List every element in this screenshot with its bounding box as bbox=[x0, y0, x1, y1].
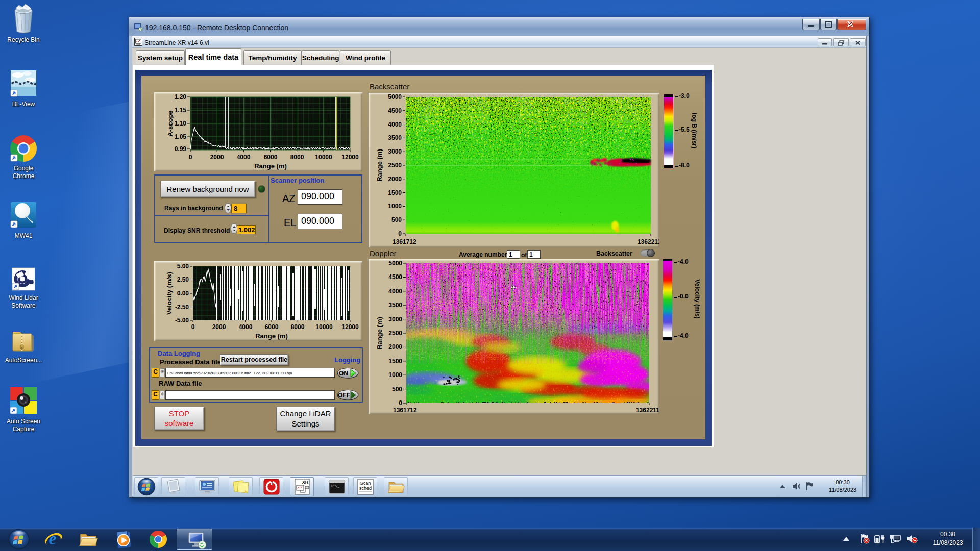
svg-text:0: 0 bbox=[398, 230, 402, 237]
svg-text:0.00: 0.00 bbox=[177, 290, 189, 297]
svg-text:10000: 10000 bbox=[315, 323, 333, 331]
svg-text:8000: 8000 bbox=[291, 323, 305, 331]
svg-text:12000: 12000 bbox=[341, 323, 359, 331]
svg-text:1361712: 1361712 bbox=[393, 407, 417, 414]
svg-text:8000: 8000 bbox=[290, 154, 304, 161]
svg-text:1500: 1500 bbox=[388, 189, 402, 196]
svg-text:3000: 3000 bbox=[388, 316, 402, 323]
svg-text:1000: 1000 bbox=[388, 371, 402, 379]
svg-text:4000: 4000 bbox=[239, 323, 253, 331]
svg-text:1.15: 1.15 bbox=[175, 107, 187, 114]
svg-text:2000: 2000 bbox=[388, 176, 402, 183]
svg-text:ON: ON bbox=[339, 370, 348, 377]
svg-text:OFF: OFF bbox=[338, 392, 350, 399]
svg-text:0: 0 bbox=[191, 323, 195, 331]
svg-text:Scan: Scan bbox=[360, 481, 371, 486]
svg-text:1.05: 1.05 bbox=[175, 133, 187, 140]
svg-text:4000: 4000 bbox=[237, 154, 251, 161]
svg-text:Range (m): Range (m) bbox=[376, 149, 383, 182]
svg-text:1500: 1500 bbox=[388, 358, 402, 365]
svg-text:500: 500 bbox=[391, 216, 402, 223]
svg-text:2000: 2000 bbox=[388, 343, 402, 350]
svg-text:500: 500 bbox=[392, 386, 402, 393]
svg-text:A-scope: A-scope bbox=[166, 110, 174, 136]
svg-text:1000: 1000 bbox=[388, 203, 402, 210]
svg-text:C:\_: C:\_ bbox=[331, 484, 340, 488]
svg-text:-5.00: -5.00 bbox=[175, 317, 189, 324]
svg-text:Range (m): Range (m) bbox=[254, 162, 287, 170]
svg-text:5.00: 5.00 bbox=[177, 263, 189, 270]
svg-text:10000: 10000 bbox=[315, 154, 332, 161]
svg-text:5000: 5000 bbox=[388, 93, 402, 101]
svg-text:Range (m): Range (m) bbox=[255, 332, 288, 340]
svg-text:4000: 4000 bbox=[388, 121, 402, 128]
svg-text:-2.50: -2.50 bbox=[175, 304, 189, 311]
svg-text:1361712: 1361712 bbox=[393, 238, 416, 245]
svg-text:XR: XR bbox=[302, 480, 308, 485]
svg-text:12000: 12000 bbox=[341, 154, 359, 161]
svg-text:4500: 4500 bbox=[388, 107, 402, 114]
svg-text:Range (m): Range (m) bbox=[376, 317, 383, 349]
svg-text:2500: 2500 bbox=[388, 330, 402, 337]
svg-text:1.10: 1.10 bbox=[175, 120, 187, 127]
svg-text:6000: 6000 bbox=[265, 323, 279, 331]
svg-text:0: 0 bbox=[399, 399, 402, 407]
svg-text:sched: sched bbox=[359, 486, 371, 491]
svg-text:2500: 2500 bbox=[388, 162, 402, 169]
svg-text:3000: 3000 bbox=[388, 148, 402, 155]
svg-text:3500: 3500 bbox=[388, 134, 402, 141]
svg-text:1.20: 1.20 bbox=[175, 93, 187, 101]
svg-text:e: e bbox=[48, 529, 56, 548]
svg-text:0: 0 bbox=[189, 154, 192, 161]
svg-text:2000: 2000 bbox=[210, 154, 224, 161]
svg-text:0.99: 0.99 bbox=[175, 145, 187, 153]
svg-text:6000: 6000 bbox=[264, 154, 278, 161]
svg-text:2.50: 2.50 bbox=[177, 276, 189, 283]
svg-text:2000: 2000 bbox=[212, 323, 226, 331]
svg-text:4500: 4500 bbox=[388, 273, 402, 281]
svg-text:1362211: 1362211 bbox=[638, 238, 659, 245]
svg-text:4000: 4000 bbox=[388, 288, 402, 295]
svg-text:5000: 5000 bbox=[388, 260, 402, 267]
svg-text:1362211: 1362211 bbox=[636, 407, 659, 414]
svg-text:Velocity (m/s): Velocity (m/s) bbox=[165, 272, 173, 315]
svg-text:3500: 3500 bbox=[388, 302, 402, 309]
